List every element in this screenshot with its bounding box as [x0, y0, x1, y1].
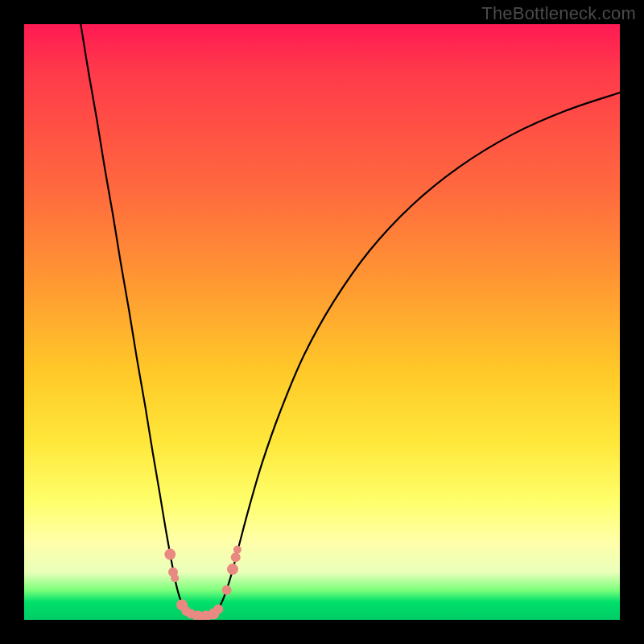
curve-marker	[164, 549, 175, 560]
chart-frame: TheBottleneck.com	[0, 0, 644, 644]
curve-marker	[222, 585, 232, 595]
curve-marker	[231, 552, 241, 562]
curve-layer	[24, 24, 620, 620]
curve-marker	[233, 546, 242, 554]
curve-marker	[213, 605, 223, 614]
plot-area	[24, 24, 620, 620]
curve-marker	[227, 564, 238, 575]
watermark-text: TheBottleneck.com	[481, 3, 636, 24]
curve-marker	[171, 574, 179, 582]
bottleneck-curve	[80, 24, 620, 617]
